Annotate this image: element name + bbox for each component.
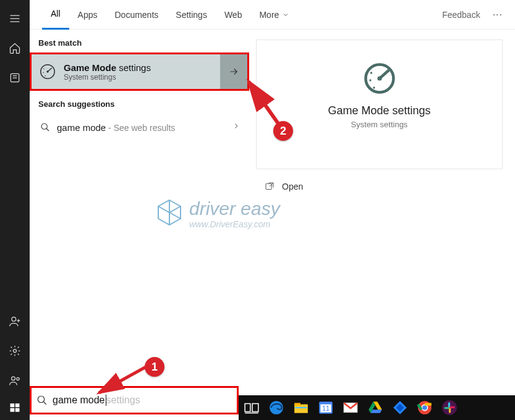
svg-point-1 [12,317,16,321]
svg-point-4 [17,377,19,380]
svg-point-36 [422,405,427,410]
edge-icon[interactable] [268,400,284,416]
taskbar: 11 [239,395,515,420]
search-suggestions-header: Search suggestions [30,91,249,114]
watermark-url: www.DriverEasy.com [189,219,280,229]
best-match-header: Best match [30,30,249,52]
gauge-icon [361,60,398,97]
chevron-right-icon [232,122,240,133]
hamburger-icon[interactable] [0,4,30,33]
slack-icon[interactable] [441,400,458,416]
best-match-subtitle: System settings [64,73,220,82]
svg-line-14 [380,70,389,79]
search-tabs: All Apps Documents Settings Web More Fee… [30,0,515,30]
start-button[interactable] [0,395,30,420]
task-view-icon[interactable] [244,400,260,416]
gmail-icon[interactable] [343,400,359,416]
settings-gear-icon[interactable] [0,336,30,366]
svg-rect-40 [449,408,451,413]
svg-point-10 [45,75,46,77]
best-match-title: Game Mode settings [64,62,220,73]
svg-rect-20 [11,403,15,407]
annotation-arrow-1 [93,363,155,403]
home-icon[interactable] [0,33,30,63]
svg-rect-24 [245,404,250,412]
cube-icon [155,198,184,230]
chrome-icon[interactable] [417,400,433,416]
svg-point-3 [12,377,15,380]
search-icon [36,395,48,406]
account-icon[interactable] [0,306,30,336]
svg-rect-28 [294,403,300,405]
svg-line-43 [249,82,278,124]
svg-rect-22 [11,408,15,412]
open-action[interactable]: Open [256,174,503,199]
chevron-down-icon [282,11,289,19]
left-nav-rail [0,0,30,395]
svg-rect-41 [449,406,455,408]
jira-icon[interactable] [392,400,408,416]
tab-documents[interactable]: Documents [106,0,167,30]
feedback-link[interactable]: Feedback [442,10,480,20]
tab-web[interactable]: Web [216,0,251,30]
windows-logo-icon [9,402,20,413]
svg-rect-25 [252,404,258,412]
annotation-arrow-2 [244,75,293,133]
svg-point-19 [38,396,45,403]
svg-line-42 [99,367,146,393]
tab-settings[interactable]: Settings [167,0,216,30]
google-drive-icon[interactable] [367,400,383,416]
svg-point-8 [43,69,45,70]
svg-rect-23 [15,408,20,412]
svg-point-11 [41,124,47,129]
svg-point-2 [14,350,17,353]
suggestion-text: game mode - See web results [52,122,232,133]
svg-point-17 [373,86,375,88]
svg-rect-29 [295,407,307,408]
file-explorer-icon[interactable] [293,400,309,416]
watermark-title: driver easy [189,198,280,219]
svg-text:11: 11 [322,405,330,412]
web-suggestion[interactable]: game mode - See web results [30,114,249,141]
recent-icon[interactable] [0,63,30,93]
svg-rect-18 [266,183,271,189]
tab-more[interactable]: More [250,0,298,30]
gauge-icon [32,62,64,81]
svg-rect-21 [15,403,20,407]
best-match-result[interactable]: Game Mode settings System settings [30,52,249,91]
preview-subtitle: System settings [257,120,502,129]
search-icon [38,122,52,132]
calendar-icon[interactable]: 11 [318,400,334,416]
svg-line-7 [48,68,52,72]
more-options-icon[interactable]: ··· [493,9,503,20]
tab-apps[interactable]: Apps [69,0,106,30]
open-icon [265,182,275,191]
svg-point-9 [43,72,45,74]
svg-point-16 [369,79,371,81]
preview-title: Game Mode settings [257,104,502,117]
open-label: Open [282,182,303,191]
tab-all[interactable]: All [42,0,69,30]
people-icon[interactable] [0,366,30,395]
tab-more-label: More [259,10,279,20]
svg-point-15 [370,72,372,74]
watermark: driver easy www.DriverEasy.com [155,198,280,230]
svg-rect-39 [444,407,449,409]
